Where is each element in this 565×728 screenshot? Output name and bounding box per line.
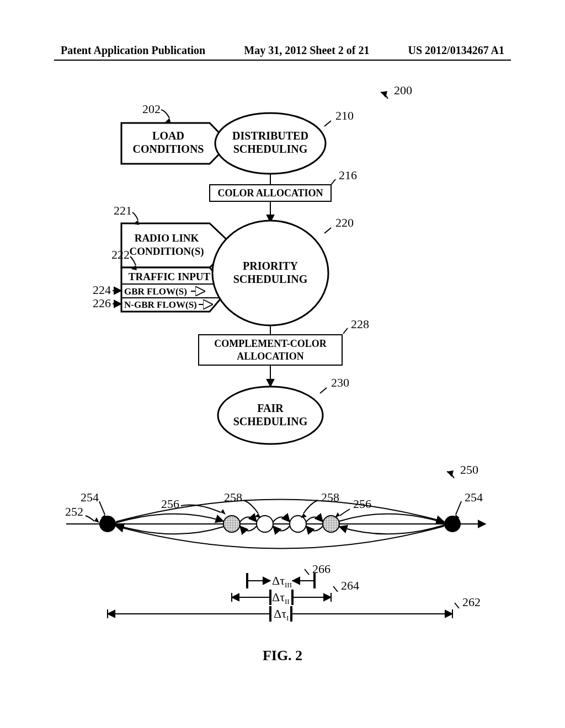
load-line2: CONDITIONS bbox=[133, 143, 204, 155]
comp-line2: ALLOCATION bbox=[237, 351, 304, 362]
node-258-left bbox=[257, 516, 273, 532]
radio-line1: RADIO LINK bbox=[135, 232, 199, 244]
dt2-symbol: ΔτII bbox=[272, 590, 290, 606]
ngbr-text: N-GBR FLOW(S) bbox=[124, 299, 197, 310]
dist-line1: DISTRIBUTED bbox=[232, 130, 308, 142]
dist-line2: SCHEDULING bbox=[233, 143, 308, 155]
arc-c-bot bbox=[273, 526, 290, 531]
ref-254a: 254 bbox=[81, 490, 106, 520]
ref-258b: 258 bbox=[301, 490, 339, 518]
ref-202: 202 bbox=[142, 102, 171, 124]
timescale-262: ΔτI 262 bbox=[108, 595, 481, 622]
prio-line1: PRIORITY bbox=[243, 260, 299, 272]
arc-r2-bot bbox=[306, 526, 323, 531]
ref-210: 210 bbox=[324, 109, 354, 126]
fair-line2: SCHEDULING bbox=[233, 415, 308, 427]
ref-250-text: 250 bbox=[460, 463, 478, 477]
dt1-symbol: ΔτI bbox=[274, 607, 289, 622]
ref-228: 228 bbox=[343, 317, 369, 334]
arc-l1-top bbox=[116, 514, 223, 523]
ref-230: 230 bbox=[320, 376, 349, 393]
distributed-scheduling-ellipse: DISTRIBUTED SCHEDULING bbox=[215, 113, 326, 174]
ref-222-text: 222 bbox=[111, 248, 130, 261]
node-258-right bbox=[290, 516, 306, 532]
traffic-text: TRAFFIC INPUT bbox=[129, 271, 211, 282]
ref-202-text: 202 bbox=[142, 102, 161, 116]
ref-254b: 254 bbox=[454, 490, 483, 520]
dt3-symbol: ΔτIII bbox=[272, 574, 292, 589]
arc-r2-top bbox=[306, 517, 323, 522]
ref-266-text: 266 bbox=[312, 562, 331, 576]
ref-228-text: 228 bbox=[351, 317, 369, 331]
ref-252-text: 252 bbox=[65, 505, 83, 518]
arc-l1-bot bbox=[116, 525, 223, 534]
ref-226: 226 bbox=[93, 296, 121, 310]
ref-200-text: 200 bbox=[394, 83, 412, 97]
node-256-right bbox=[323, 516, 339, 532]
color-allocation-box: COLOR ALLOCATION bbox=[210, 185, 331, 201]
ref-221-text: 221 bbox=[114, 204, 132, 217]
timescale-266: ΔτIII 266 bbox=[247, 562, 331, 589]
ref-200: 200 bbox=[381, 83, 412, 99]
ref-254b-text: 254 bbox=[465, 490, 483, 504]
ref-252: 252 bbox=[65, 505, 99, 523]
header-center: May 31, 2012 Sheet 2 of 21 bbox=[244, 44, 369, 57]
timescale-264: ΔτII 264 bbox=[232, 579, 359, 606]
ref-256b: 256 bbox=[335, 497, 371, 518]
ref-258a: 258 bbox=[224, 490, 261, 518]
diagram: 200 LOAD CONDITIONS 202 DISTRIBUTED SCHE… bbox=[0, 80, 565, 639]
fair-line1: FAIR bbox=[257, 402, 284, 414]
ref-220: 220 bbox=[324, 216, 354, 233]
arc-r1-top bbox=[339, 514, 444, 523]
figure-label: FIG. 2 bbox=[0, 647, 565, 664]
ref-221: 221 bbox=[114, 204, 139, 225]
header-right: US 2012/0134267 A1 bbox=[408, 44, 504, 57]
arc-l2-bot bbox=[240, 526, 257, 531]
ref-230-text: 230 bbox=[331, 376, 349, 389]
ref-216-text: 216 bbox=[339, 168, 357, 182]
node-256-left bbox=[223, 516, 240, 532]
load-conditions-banner: LOAD CONDITIONS bbox=[121, 123, 230, 164]
color-alloc-text: COLOR ALLOCATION bbox=[217, 188, 323, 199]
priority-scheduling-ellipse: PRIORITY SCHEDULING bbox=[212, 221, 328, 325]
ref-216: 216 bbox=[331, 168, 357, 185]
ref-264-text: 264 bbox=[341, 579, 359, 592]
ref-254a-text: 254 bbox=[81, 490, 99, 504]
ref-250: 250 bbox=[447, 463, 478, 478]
header-rule bbox=[54, 60, 511, 61]
header-left: Patent Application Publication bbox=[61, 44, 205, 57]
gbr-text: GBR FLOW(S) bbox=[124, 286, 187, 297]
ref-226-text: 226 bbox=[93, 296, 111, 310]
ref-224-text: 224 bbox=[93, 283, 111, 297]
comp-line1: COMPLEMENT-COLOR bbox=[214, 338, 327, 349]
radio-line2: CONDITION(S) bbox=[129, 245, 204, 258]
arc-l2-top bbox=[240, 517, 257, 522]
prio-line2: SCHEDULING bbox=[233, 273, 308, 285]
ref-224: 224 bbox=[93, 283, 121, 297]
ref-210-text: 210 bbox=[335, 109, 354, 122]
arc-c-top bbox=[273, 517, 290, 522]
ref-262-text: 262 bbox=[462, 595, 481, 609]
load-line1: LOAD bbox=[152, 130, 184, 142]
ref-220-text: 220 bbox=[335, 216, 354, 229]
complement-color-box: COMPLEMENT-COLOR ALLOCATION bbox=[199, 335, 342, 365]
arc-r1-bot bbox=[339, 525, 444, 534]
fair-scheduling-ellipse: FAIR SCHEDULING bbox=[218, 387, 323, 444]
arc-outer-bot bbox=[116, 526, 444, 549]
node-254-left bbox=[99, 516, 116, 532]
